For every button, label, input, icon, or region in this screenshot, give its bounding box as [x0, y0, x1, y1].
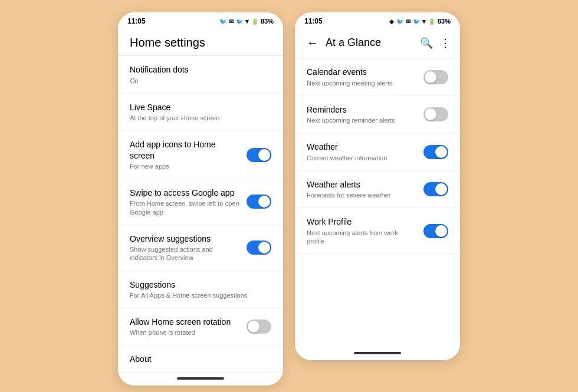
settings-item-overview-title: Overview suggestions: [130, 233, 239, 244]
status-icons-2: ◈ 🐦 ✉ 🐦 ▾ 🔋 83%: [389, 18, 451, 25]
status-icons-1: 🐦 ✉ 🐦 ▾ 🔋 83%: [219, 18, 274, 25]
toggle-thumb-weather: [435, 146, 447, 158]
settings-item-notification-dots-subtitle: On: [130, 77, 264, 85]
battery-icon-1: 🔋: [251, 18, 258, 25]
glance-header-icons: 🔍 ⋮: [420, 37, 451, 50]
settings-item-swipe-google-title: Swipe to access Google app: [130, 187, 239, 198]
glance-item-work-profile[interactable]: Work Profile Next upcoming alerts from w…: [295, 208, 460, 254]
home-settings-header: Home settings: [118, 29, 283, 56]
glance-item-weather-alerts[interactable]: Weather alerts Forecasts for severe weat…: [295, 171, 460, 208]
glance-item-weather-subtitle: Current weather information: [307, 154, 416, 162]
toggle-thumb-add-app-icons: [258, 149, 270, 161]
glance-item-weather[interactable]: Weather Current weather information: [295, 133, 460, 170]
home-indicator-1: [118, 373, 283, 386]
location-icon-2: ◈: [389, 18, 394, 25]
glance-item-calendar-title: Calendar events: [307, 67, 416, 77]
settings-item-overview[interactable]: Overview suggestions Show suggested acti…: [118, 225, 283, 271]
battery-icon-2: 🔋: [428, 18, 435, 25]
phone-at-a-glance: 11:05 ◈ 🐦 ✉ 🐦 ▾ 🔋 83% ← At a Glance 🔍 ⋮: [295, 12, 460, 360]
msg-icon-1: ✉: [229, 18, 234, 25]
settings-item-overview-subtitle: Show suggested actions and indicators in…: [130, 245, 239, 262]
glance-title: At a Glance: [326, 37, 415, 49]
glance-item-weather-alerts-text: Weather alerts Forecasts for severe weat…: [307, 179, 423, 199]
glance-settings-list: Calendar events Next upcoming meeting al…: [295, 58, 460, 347]
toggle-swipe-google[interactable]: [247, 195, 271, 209]
settings-item-live-space-title: Live Space: [130, 102, 264, 113]
glance-item-weather-alerts-title: Weather alerts: [307, 179, 416, 190]
settings-item-overview-text: Overview suggestions Show suggested acti…: [130, 233, 247, 262]
settings-item-add-app-icons[interactable]: Add app icons to Home screen For new app…: [118, 131, 283, 179]
toggle-reminders[interactable]: [423, 107, 448, 121]
wifi-icon-1: ▾: [245, 18, 249, 25]
settings-item-notification-dots-title: Notification dots: [130, 64, 264, 75]
glance-item-work-profile-title: Work Profile: [307, 216, 416, 227]
glance-item-work-profile-subtitle: Next upcoming alerts from work profile: [307, 229, 416, 246]
toggle-work-profile[interactable]: [423, 224, 448, 238]
page-title-1: Home settings: [130, 36, 271, 50]
phone-home-settings: 11:05 🐦 ✉ 🐦 ▾ 🔋 83% Home settings Notifi…: [118, 12, 283, 385]
glance-item-weather-alerts-subtitle: Forecasts for severe weather: [307, 191, 416, 199]
toggle-overview[interactable]: [247, 241, 271, 255]
twitter-icon-4: 🐦: [413, 18, 420, 25]
twitter-icon-1: 🐦: [219, 18, 226, 25]
status-bar-2: 11:05 ◈ 🐦 ✉ 🐦 ▾ 🔋 83%: [295, 12, 460, 29]
glance-item-reminders-title: Reminders: [307, 104, 416, 115]
settings-item-add-app-icons-text: Add app icons to Home screen For new app…: [130, 139, 247, 170]
toggle-thumb-weather-alerts: [435, 183, 447, 195]
status-time-1: 11:05: [127, 17, 146, 25]
toggle-thumb-work-profile: [435, 225, 447, 237]
toggle-weather[interactable]: [423, 145, 448, 159]
settings-item-suggestions-text: Suggestions For All Apps & Home screen s…: [130, 279, 271, 299]
settings-item-add-app-icons-title: Add app icons to Home screen: [130, 139, 239, 160]
battery-pct-2: 83%: [438, 18, 451, 25]
glance-item-reminders-subtitle: Next upcoming reminder alerts: [307, 116, 416, 124]
glance-item-weather-text: Weather Current weather information: [307, 141, 423, 162]
msg-icon-2: ✉: [406, 18, 410, 25]
twitter-icon-2: 🐦: [236, 18, 243, 25]
more-options-icon[interactable]: ⋮: [440, 37, 451, 50]
search-icon[interactable]: 🔍: [420, 37, 433, 50]
settings-list-1: Notification dots On Live Space At the t…: [118, 56, 283, 372]
glance-item-calendar[interactable]: Calendar events Next upcoming meeting al…: [295, 58, 460, 95]
settings-item-suggestions-title: Suggestions: [130, 279, 264, 290]
settings-item-swipe-google[interactable]: Swipe to access Google app From Home scr…: [118, 179, 283, 225]
settings-item-notification-dots[interactable]: Notification dots On: [118, 56, 283, 93]
settings-item-add-app-icons-subtitle: For new apps: [130, 162, 239, 170]
settings-item-live-space-subtitle: At the top of your Home screen: [130, 114, 264, 122]
settings-item-about[interactable]: About: [118, 346, 283, 373]
settings-item-rotation-title: Allow Home screen rotation: [130, 317, 239, 327]
toggle-weather-alerts[interactable]: [423, 182, 448, 196]
about-title: About: [130, 354, 271, 364]
settings-item-live-space[interactable]: Live Space At the top of your Home scree…: [118, 94, 283, 131]
home-bar-2: [354, 352, 401, 354]
twitter-icon-3: 🐦: [396, 18, 403, 25]
glance-item-weather-title: Weather: [307, 141, 416, 152]
toggle-rotation[interactable]: [247, 319, 271, 334]
status-bar-1: 11:05 🐦 ✉ 🐦 ▾ 🔋 83%: [118, 12, 283, 29]
back-button[interactable]: ←: [304, 34, 321, 52]
toggle-calendar[interactable]: [423, 70, 448, 84]
toggle-add-app-icons[interactable]: [247, 148, 271, 162]
settings-item-swipe-google-subtitle: From Home screen, swipe left to open Goo…: [130, 199, 239, 216]
status-time-2: 11:05: [304, 17, 323, 25]
home-bar-1: [177, 377, 224, 380]
settings-item-notification-dots-text: Notification dots On: [130, 64, 271, 84]
glance-item-calendar-text: Calendar events Next upcoming meeting al…: [307, 67, 423, 87]
settings-item-suggestions[interactable]: Suggestions For All Apps & Home screen s…: [118, 271, 283, 308]
settings-item-live-space-text: Live Space At the top of your Home scree…: [130, 102, 271, 122]
settings-item-rotation[interactable]: Allow Home screen rotation When phone is…: [118, 308, 283, 345]
glance-item-reminders-text: Reminders Next upcoming reminder alerts: [307, 104, 423, 124]
wifi-icon-2: ▾: [422, 18, 426, 25]
home-indicator-2: [295, 347, 460, 360]
settings-item-suggestions-subtitle: For All Apps & Home screen suggestions: [130, 291, 264, 299]
glance-item-calendar-subtitle: Next upcoming meeting alerts: [307, 79, 416, 87]
glance-header: ← At a Glance 🔍 ⋮: [295, 29, 460, 58]
toggle-thumb-calendar: [425, 71, 436, 83]
toggle-thumb-reminders: [425, 108, 436, 120]
glance-item-reminders[interactable]: Reminders Next upcoming reminder alerts: [295, 96, 460, 133]
battery-pct-1: 83%: [261, 18, 274, 25]
settings-item-swipe-google-text: Swipe to access Google app From Home scr…: [130, 187, 247, 216]
settings-item-rotation-text: Allow Home screen rotation When phone is…: [130, 317, 247, 337]
glance-item-work-profile-text: Work Profile Next upcoming alerts from w…: [307, 216, 423, 245]
phones-container: 11:05 🐦 ✉ 🐦 ▾ 🔋 83% Home settings Notifi…: [118, 12, 460, 385]
